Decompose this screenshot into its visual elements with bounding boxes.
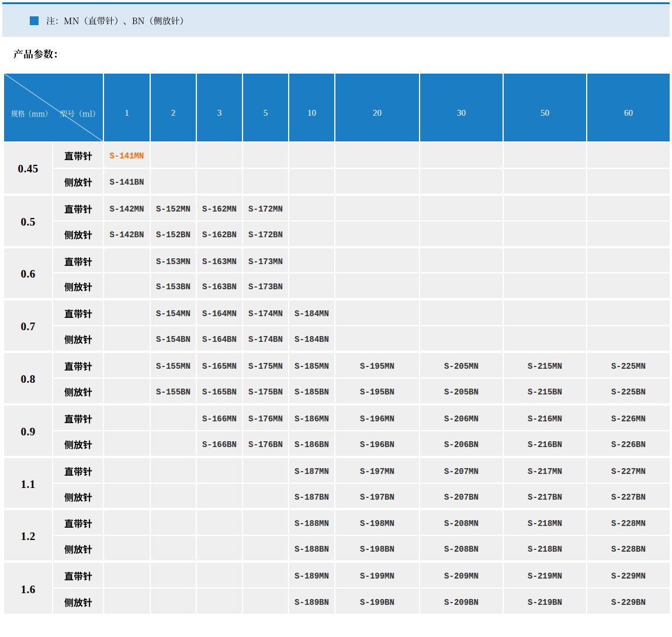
empty-cell (587, 247, 670, 274)
empty-cell (503, 221, 587, 247)
needle-type-label (53, 493, 103, 502)
model-cell: S-217BN (503, 483, 587, 510)
model-cell: S-197BN (335, 483, 420, 510)
model-cell: S-227BN (587, 483, 670, 510)
model-cell: S-187MN (289, 457, 335, 483)
empty-cell (587, 326, 670, 352)
needle-type-label (53, 230, 103, 240)
needle-type-label (53, 387, 103, 397)
needle-type-cell (53, 195, 103, 221)
column-header-50: 50 (503, 73, 587, 142)
page: { "page": { "background": "#ffffff", "wi… (0, 0, 672, 637)
empty-cell (335, 326, 420, 352)
empty-cell (103, 509, 150, 535)
empty-cell (420, 142, 503, 168)
empty-cell (587, 195, 670, 221)
column-header-30: 30 (420, 73, 503, 142)
empty-cell (335, 247, 420, 274)
model-cell: S-174MN (243, 299, 289, 326)
corner-row-axis-label (11, 110, 52, 117)
model-cell: S-209BN (420, 588, 503, 614)
diagonal-divider-line (4, 74, 103, 141)
empty-cell (587, 168, 670, 195)
empty-cell (196, 509, 243, 535)
needle-type-cell (53, 299, 103, 326)
empty-cell (587, 142, 670, 168)
empty-cell (196, 142, 243, 168)
empty-cell (503, 299, 587, 326)
empty-cell (103, 299, 150, 326)
empty-cell (335, 273, 420, 299)
model-cell: S-228MN (587, 509, 670, 535)
product-spec-table: 12351020305060 0.45S-141MNS-141BN0.5S-14… (3, 72, 671, 615)
column-header-10: 10 (289, 73, 335, 142)
empty-cell (335, 195, 420, 221)
model-cell: S-166BN (196, 431, 243, 457)
table-row-1.6-bn: S-189BNS-199BNS-209BNS-219BNS-229BN (4, 588, 670, 614)
model-cell: S-219BN (503, 588, 587, 614)
empty-cell (103, 352, 150, 378)
empty-cell (420, 247, 503, 274)
spec-cell: 0.7 (4, 299, 53, 352)
needle-type-label (53, 598, 103, 607)
empty-cell (289, 221, 335, 247)
empty-cell (150, 588, 196, 614)
empty-cell (150, 168, 196, 195)
empty-cell (150, 509, 196, 535)
needle-type-cell (53, 535, 103, 562)
model-cell: S-164BN (196, 326, 243, 352)
needle-type-label (53, 205, 103, 214)
model-cell: S-209MN (420, 562, 503, 588)
spec-cell: 0.5 (4, 195, 53, 247)
model-cell: S-154MN (150, 299, 196, 326)
model-cell: S-195BN (335, 378, 420, 404)
model-cell: S-196MN (335, 404, 420, 431)
model-cell: S-163MN (196, 247, 243, 274)
empty-cell (289, 168, 335, 195)
empty-cell (150, 404, 196, 431)
table-row-1.1-bn: S-187BNS-197BNS-207BNS-217BNS-227BN (4, 483, 670, 510)
model-cell: S-217MN (503, 457, 587, 483)
model-cell: S-229MN (587, 562, 670, 588)
model-cell: S-185BN (289, 378, 335, 404)
empty-cell (420, 273, 503, 299)
model-cell: S-184MN (289, 299, 335, 326)
column-header-2: 2 (150, 73, 196, 142)
empty-cell (103, 588, 150, 614)
empty-cell (243, 142, 289, 168)
model-cell: S-176BN (243, 431, 289, 457)
model-cell: S-216MN (503, 404, 587, 431)
empty-cell (420, 221, 503, 247)
model-cell: S-154BN (150, 326, 196, 352)
spec-cell: 1.1 (4, 457, 53, 510)
empty-cell (103, 431, 150, 457)
needle-type-cell (53, 509, 103, 535)
blue-square-bullet-icon (30, 16, 39, 25)
model-cell: S-162MN (196, 195, 243, 221)
column-header-5: 5 (243, 73, 289, 142)
table-row-0.45-mn: 0.45S-141MN (4, 142, 670, 168)
empty-cell (335, 142, 420, 168)
empty-cell (243, 483, 289, 510)
model-cell: S-215MN (503, 352, 587, 378)
model-cell: S-197MN (335, 457, 420, 483)
needle-type-cell (53, 352, 103, 378)
table-row-1.6-mn: 1.6S-189MNS-199MNS-209MNS-219MNS-229MN (4, 562, 670, 588)
model-cell: S-172BN (243, 221, 289, 247)
model-cell: S-225MN (587, 352, 670, 378)
model-cell: S-188MN (289, 509, 335, 535)
column-header-3: 3 (196, 73, 243, 142)
needle-type-label (53, 282, 103, 292)
spec-cell: 0.6 (4, 247, 53, 300)
empty-cell (420, 195, 503, 221)
table-row-0.8-mn: 0.8S-155MNS-165MNS-175MNS-185MNS-195MNS-… (4, 352, 670, 378)
empty-cell (196, 535, 243, 562)
needle-type-label (53, 467, 103, 476)
empty-cell (150, 562, 196, 588)
table-row-1.2-bn: S-188BNS-198BNS-208BNS-218BNS-228BN (4, 535, 670, 562)
empty-cell (103, 483, 150, 510)
spec-cell: 0.9 (4, 404, 53, 457)
model-cell: S-207MN (420, 457, 503, 483)
empty-cell (289, 273, 335, 299)
model-cell: S-155MN (150, 352, 196, 378)
